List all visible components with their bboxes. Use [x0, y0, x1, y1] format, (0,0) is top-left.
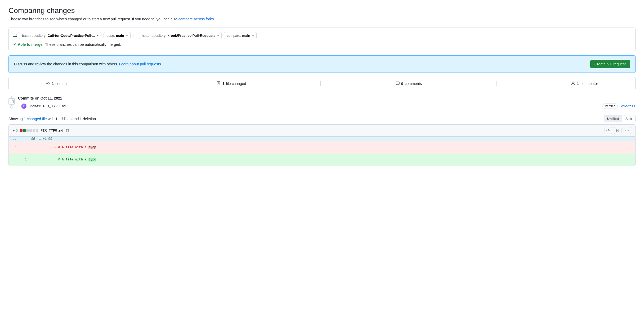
diff-visual — [20, 129, 38, 132]
diff-hunk-line: @@ -1 +1 @@ — [29, 137, 635, 141]
diff-square-gray — [29, 129, 32, 132]
commit-date-row: Commits on Oct 11, 2021 — [18, 96, 636, 100]
head-repo-dropdown[interactable]: head repository: krook/Practice-Pull-Req… — [139, 32, 222, 39]
diff-code-added: + # A file with a typo — [29, 154, 635, 166]
stat-divider — [142, 81, 142, 86]
stats-row: 1 commit 1 file changed 0 comments — [8, 77, 636, 90]
stat-divider — [496, 81, 497, 86]
collapse-button[interactable]: ▾ 2 — [13, 129, 18, 133]
page-subtitle: Choose two branches to see what's change… — [8, 17, 636, 21]
diff-square-gray — [33, 129, 35, 132]
stat-divider — [320, 81, 321, 86]
file-name: FIX_TYPO.md — [41, 129, 63, 133]
file-diff-header: ▾ 2 FIX_TYPO.md — [9, 125, 635, 137]
diff-line-num-new: ... — [19, 137, 29, 141]
copy-path-button[interactable] — [65, 128, 69, 133]
showing-text: Showing 1 changed file with 1 addition a… — [8, 117, 97, 121]
info-banner-text: Discuss and review the changes in this c… — [14, 62, 161, 66]
view-toggle: Unified Split — [604, 115, 636, 122]
commit-icon — [46, 81, 50, 86]
diff-square-gray — [26, 129, 29, 132]
chevron-down-icon: ▾ — [252, 34, 254, 37]
files-stat: 1 file changed — [217, 81, 246, 86]
svg-line-13 — [608, 129, 609, 132]
split-view-button[interactable]: Split — [622, 115, 635, 122]
commit-message: Update FIX_TYPO.md — [29, 104, 599, 108]
compare-forks-link[interactable]: compare across forks. — [178, 17, 215, 21]
info-banner: Discuss and review the changes in this c… — [8, 55, 636, 73]
view-file-button[interactable] — [614, 127, 621, 134]
commits-section: Commits on Oct 11, 2021 K Update FIX_TYP… — [8, 96, 636, 110]
diff-line-num-old: ... — [9, 137, 19, 141]
diff-line-num-old — [9, 154, 19, 166]
diff-hunk-header: ... ... @@ -1 +1 @@ — [9, 137, 635, 141]
diff-line-added: 1 + # A file with a typo — [9, 154, 635, 166]
comments-stat: 0 comments — [395, 81, 422, 86]
chevron-down-icon: ▾ — [13, 129, 15, 133]
compare-branch-dropdown[interactable]: compare: main ▾ — [224, 32, 257, 39]
diff-square-red — [20, 129, 23, 132]
more-options-button[interactable]: ··· — [624, 127, 631, 134]
avatar: K — [21, 104, 26, 109]
diff-line-num-new — [19, 141, 29, 154]
changed-file-link[interactable]: 1 changed file — [24, 117, 47, 121]
diff-line-num-old: 1 — [9, 141, 19, 154]
arrow-left-icon: ← — [133, 33, 137, 38]
file-changed-icon — [217, 81, 221, 86]
verified-badge: Verified — [602, 104, 618, 109]
create-pull-request-button[interactable]: Create pull request — [590, 60, 630, 68]
commits-stat: 1 commit — [46, 81, 68, 86]
comment-icon — [395, 81, 400, 86]
swap-arrows-icon: ⇄ — [13, 33, 17, 39]
base-branch-dropdown[interactable]: base: main ▾ — [104, 32, 130, 39]
file-diff-header-right: ··· — [605, 127, 631, 134]
diff-line-deleted: 1 − # A file with a tyop — [9, 141, 635, 154]
diff-line-num-new: 1 — [19, 154, 29, 166]
chevron-down-icon: ▾ — [126, 34, 128, 37]
svg-rect-12 — [66, 129, 69, 132]
svg-rect-8 — [10, 100, 13, 103]
chevron-down-icon: ▾ — [97, 34, 99, 37]
diff-section: Showing 1 changed file with 1 addition a… — [8, 115, 636, 166]
unified-view-button[interactable]: Unified — [604, 115, 622, 122]
diff-table: ... ... @@ -1 +1 @@ 1 − # A file with a … — [9, 137, 635, 166]
file-diff-header-left: ▾ 2 FIX_TYPO.md — [13, 128, 69, 133]
contributors-stat: 1 contributor — [571, 81, 598, 86]
view-file-code-button[interactable] — [605, 127, 612, 134]
page-title: Comparing changes — [8, 6, 636, 15]
chevron-down-icon: ▾ — [217, 34, 219, 37]
svg-point-0 — [47, 83, 49, 84]
diff-square-gray — [36, 129, 38, 132]
diff-square-green — [23, 129, 26, 132]
diff-header: Showing 1 changed file with 1 addition a… — [8, 115, 636, 122]
file-diff-box: ▾ 2 FIX_TYPO.md — [8, 124, 636, 166]
diff-code-deleted: − # A file with a tyop — [29, 141, 635, 154]
learn-pull-requests-link[interactable]: Learn about pull requests — [119, 62, 161, 66]
ellipsis-icon: ··· — [625, 129, 629, 132]
branch-selector-box: ⇄ base repository: Call-for-Code/Practic… — [8, 28, 636, 51]
branch-row: ⇄ base repository: Call-for-Code/Practic… — [13, 32, 631, 39]
svg-point-7 — [572, 82, 574, 83]
check-icon: ✓ — [13, 42, 16, 47]
commit-hash: e1edf11 — [621, 104, 636, 108]
contributor-icon — [571, 81, 575, 86]
base-repo-dropdown[interactable]: base repository: Call-for-Code/Practice-… — [19, 32, 101, 39]
merge-status: ✓ Able to merge. These branches can be a… — [13, 42, 631, 47]
